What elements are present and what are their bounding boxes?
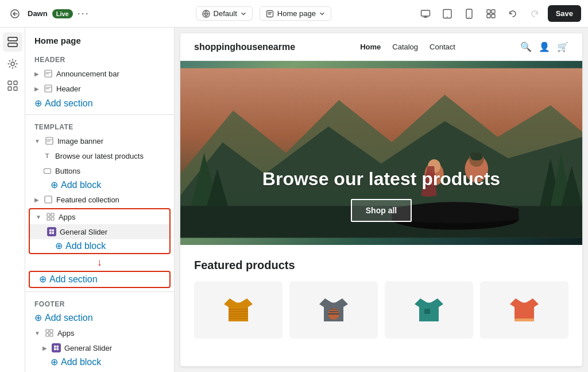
add-section-red-box: ⊕ Add section [29,271,171,288]
footer-item[interactable]: ▶ Footer [25,369,174,372]
add-section-header-label: Add section [45,99,93,108]
announcement-bar-item[interactable]: ▶ Announcement bar [25,66,174,81]
nav-catalog[interactable]: Catalog [392,43,418,51]
plus-icon: ⊕ [39,275,47,284]
product-card[interactable] [480,281,568,339]
undo-icon[interactable] [504,5,521,22]
svg-rect-35 [50,333,53,336]
tablet-view-icon[interactable] [439,5,456,22]
section-icon [45,136,54,145]
more-button[interactable]: ··· [78,7,90,20]
hero-title: Browse our latest products [180,168,582,190]
featured-section: Featured products [180,245,582,352]
product-card[interactable] [385,281,473,339]
header-section-label: Header [25,51,174,66]
svg-rect-27 [51,217,54,220]
footer-add-section-btn[interactable]: ⊕ Add section [25,310,174,325]
preview-area: shoppinghousenearme Home Catalog Contact… [175,28,588,372]
chevron-right-icon: ▶ [34,197,39,203]
topbar-center: Default Home page [117,6,410,21]
svg-rect-33 [50,329,53,332]
topbar-left: Dawn Live ··· [7,6,110,22]
topbar: Dawn Live ··· Default Home page [0,0,588,28]
preview-frame: shoppinghousenearme Home Catalog Contact… [180,33,582,366]
back-icon[interactable] [7,6,23,22]
page-selector[interactable]: Home page [260,6,331,21]
apps-red-box: ▼ Apps General Slider ⊕ Add block [29,208,171,254]
topbar-right: Save [417,5,581,22]
shop-all-button[interactable]: Shop all [351,199,412,222]
add-block-2-btn[interactable]: ⊕ Add block [30,239,169,253]
add-block-1-label: Add block [61,181,101,190]
add-block-1-btn[interactable]: ⊕ Add block [25,178,174,192]
live-badge: Live [52,9,73,18]
divider-2 [25,292,174,292]
general-slider-label: General Slider [60,228,107,236]
svg-rect-34 [46,333,49,336]
save-button[interactable]: Save [548,5,581,22]
nav-home[interactable]: Home [360,43,381,51]
footer-general-slider-item[interactable]: ▶ General Slider [25,340,174,355]
image-banner-label: Image banner [57,137,103,145]
footer-general-slider-label: General Slider [64,344,112,352]
announcement-bar-label: Announcement bar [56,70,119,78]
mobile-view-icon[interactable] [461,5,478,22]
svg-rect-32 [46,329,49,332]
svg-rect-28 [49,229,52,232]
svg-rect-24 [47,213,50,216]
redo-icon[interactable] [526,5,543,22]
grid-view-icon[interactable] [482,5,500,22]
buttons-item[interactable]: Buttons [25,163,174,178]
desktop-view-icon[interactable] [417,5,434,22]
plus-icon: ⊕ [51,358,58,367]
svg-rect-56 [470,152,483,160]
svg-rect-13 [8,43,17,47]
add-section-template-btn[interactable]: ⊕ Add section [30,272,169,287]
svg-rect-8 [487,10,490,13]
cart-icon[interactable]: 🛒 [557,41,568,52]
image-banner-item[interactable]: ▼ Image banner [25,133,174,148]
account-icon[interactable]: 👤 [539,41,550,52]
svg-rect-9 [492,10,495,13]
apps-item[interactable]: ▼ Apps [30,209,169,224]
svg-rect-22 [44,168,51,173]
nav-contact[interactable]: Contact [430,43,455,51]
browse-products-item[interactable]: T Browse our latest products [25,148,174,163]
store-logo: shoppinghousenearme [194,42,295,52]
apps-icon[interactable] [3,76,22,95]
header-item[interactable]: ▶ Header [25,81,174,96]
section-icon [44,69,53,78]
svg-rect-26 [47,217,50,220]
add-section-header-btn[interactable]: ⊕ Add section [25,96,174,111]
svg-rect-30 [49,232,52,235]
svg-rect-11 [492,14,495,18]
section-icon [44,84,53,93]
footer-add-block-btn[interactable]: ⊕ Add block [25,355,174,369]
chevron-down-icon: ▼ [34,330,40,336]
svg-rect-18 [14,87,17,90]
apps-label: Apps [59,213,76,221]
panel-title: Home page [25,28,174,51]
settings-icon[interactable] [3,54,22,74]
nav-icons: 🔍 👤 🛒 [520,41,568,52]
svg-rect-25 [51,213,54,216]
footer-apps-label: Apps [57,329,75,338]
plus-icon: ⊕ [55,241,63,251]
svg-rect-37 [57,346,59,348]
default-selector[interactable]: Default [196,6,253,21]
svg-rect-36 [54,346,56,348]
general-slider-item[interactable]: General Slider [30,224,169,239]
product-card[interactable] [289,281,378,339]
red-arrow-indicator: ↓ [25,255,174,270]
svg-rect-12 [8,37,17,41]
template-section-label: Template [25,118,174,133]
add-block-2-label: Add block [65,241,106,251]
footer-apps-item[interactable]: ▼ Apps [25,325,174,340]
sections-icon[interactable] [3,32,22,52]
footer-app-block-icon [52,343,61,352]
store-name: Dawn [28,9,48,18]
search-icon[interactable]: 🔍 [520,41,532,52]
product-card[interactable] [194,281,283,339]
featured-collection-item[interactable]: ▶ Featured collection [25,192,174,207]
svg-rect-23 [45,196,52,203]
